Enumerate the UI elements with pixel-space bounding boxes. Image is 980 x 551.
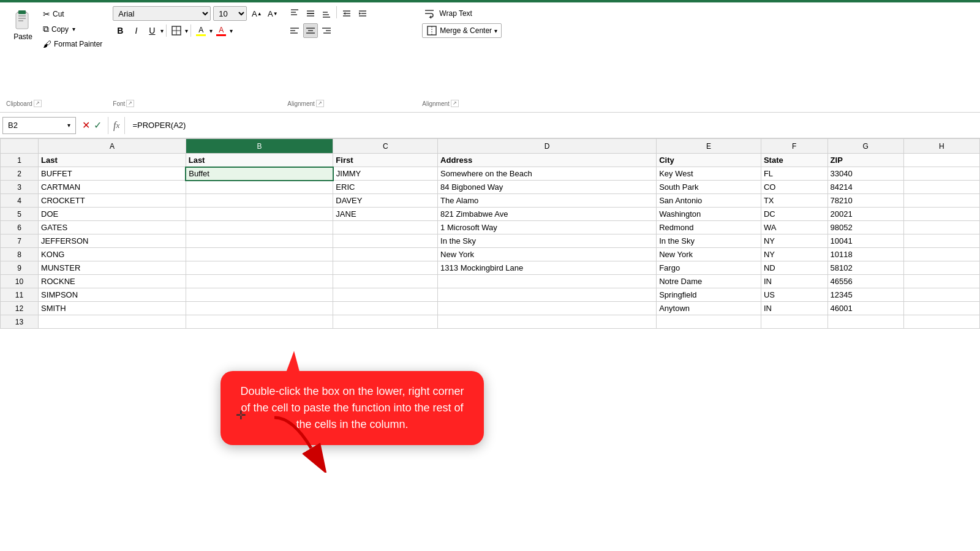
row-num-12[interactable]: 12 — [1, 302, 39, 315]
cell-e4[interactable]: San Antonio — [657, 194, 761, 208]
cell-h5[interactable] — [903, 208, 979, 221]
cell-a13[interactable] — [39, 315, 186, 329]
cell-e10[interactable]: Notre Dame — [657, 275, 761, 288]
cell-e6[interactable]: Redmond — [657, 221, 761, 234]
cell-f2[interactable]: FL — [761, 167, 827, 181]
font-color-dropdown[interactable]: ▾ — [230, 28, 233, 34]
cell-f1[interactable]: State — [761, 154, 827, 167]
cell-e2[interactable]: Key West — [657, 167, 761, 181]
cell-a1[interactable]: Last — [39, 154, 186, 167]
cell-c1[interactable]: First — [333, 154, 438, 167]
cell-h7[interactable] — [903, 234, 979, 248]
format-painter-button[interactable]: 🖌 Format Painter — [40, 37, 105, 51]
cell-c7[interactable] — [333, 234, 438, 248]
cell-f7[interactable]: NY — [761, 234, 827, 248]
cell-h13[interactable] — [903, 315, 979, 329]
cell-h2[interactable] — [903, 167, 979, 181]
align-left-button[interactable] — [287, 23, 302, 38]
merge-center-button[interactable]: Merge & Center ▾ — [422, 23, 502, 38]
col-header-d[interactable]: D — [438, 139, 657, 154]
cell-a5[interactable]: DOE — [39, 208, 186, 221]
cell-c2[interactable]: JIMMY — [333, 167, 438, 181]
cell-e3[interactable]: South Park — [657, 181, 761, 194]
cell-h1[interactable] — [903, 154, 979, 167]
col-header-g[interactable]: G — [827, 139, 903, 154]
cell-g11[interactable]: 12345 — [827, 288, 903, 302]
cell-d7[interactable]: In the Sky — [438, 234, 657, 248]
col-header-c[interactable]: C — [333, 139, 438, 154]
cell-g10[interactable]: 46556 — [827, 275, 903, 288]
cell-c3[interactable]: ERIC — [333, 181, 438, 194]
row-num-8[interactable]: 8 — [1, 248, 39, 261]
cell-g2[interactable]: 33040 — [827, 167, 903, 181]
cell-e1[interactable]: City — [657, 154, 761, 167]
borders-button[interactable] — [169, 23, 184, 38]
col-header-h[interactable]: H — [903, 139, 979, 154]
cell-b1[interactable]: Last — [186, 154, 333, 167]
cell-c13[interactable] — [333, 315, 438, 329]
wrap-text-label[interactable]: Wrap Text — [439, 9, 472, 18]
cell-f5[interactable]: DC — [761, 208, 827, 221]
decrease-indent-button[interactable] — [339, 6, 354, 21]
borders-dropdown[interactable]: ▾ — [185, 28, 188, 34]
cell-a8[interactable]: KONG — [39, 248, 186, 261]
col-header-e[interactable]: E — [657, 139, 761, 154]
cell-d9[interactable]: 1313 Mockingbird Lane — [438, 261, 657, 275]
cell-b12[interactable] — [186, 302, 333, 315]
cell-f8[interactable]: NY — [761, 248, 827, 261]
cell-h4[interactable] — [903, 194, 979, 208]
align-middle-button[interactable] — [303, 6, 318, 21]
cell-a7[interactable]: JEFFERSON — [39, 234, 186, 248]
align-center-button[interactable] — [303, 23, 318, 38]
row-num-7[interactable]: 7 — [1, 234, 39, 248]
align-top-button[interactable] — [287, 6, 302, 21]
clipboard-expand-icon[interactable]: ↗ — [34, 100, 42, 107]
cell-c5[interactable]: JANE — [333, 208, 438, 221]
cell-a10[interactable]: ROCKNE — [39, 275, 186, 288]
cell-a11[interactable]: SIMPSON — [39, 288, 186, 302]
cell-e5[interactable]: Washington — [657, 208, 761, 221]
cell-d13[interactable] — [438, 315, 657, 329]
cell-e8[interactable]: New York — [657, 248, 761, 261]
cell-f3[interactable]: CO — [761, 181, 827, 194]
cell-h9[interactable] — [903, 261, 979, 275]
row-num-9[interactable]: 9 — [1, 261, 39, 275]
cell-a9[interactable]: MUNSTER — [39, 261, 186, 275]
cell-e7[interactable]: In the Sky — [657, 234, 761, 248]
cell-f13[interactable] — [761, 315, 827, 329]
cell-a4[interactable]: CROCKETT — [39, 194, 186, 208]
row-num-6[interactable]: 6 — [1, 221, 39, 234]
underline-button[interactable]: U — [145, 23, 159, 38]
cut-button[interactable]: ✂ Cut — [40, 7, 105, 21]
italic-button[interactable]: I — [129, 23, 143, 38]
cell-h10[interactable] — [903, 275, 979, 288]
cell-f10[interactable]: IN — [761, 275, 827, 288]
cell-a12[interactable]: SMITH — [39, 302, 186, 315]
increase-indent-button[interactable] — [355, 6, 370, 21]
cell-ref-dropdown[interactable]: ▾ — [67, 122, 70, 129]
cell-d6[interactable]: 1 Microsoft Way — [438, 221, 657, 234]
cell-b9[interactable] — [186, 261, 333, 275]
cell-c4[interactable]: DAVEY — [333, 194, 438, 208]
row-num-5[interactable]: 5 — [1, 208, 39, 221]
cell-f4[interactable]: TX — [761, 194, 827, 208]
cell-b4[interactable] — [186, 194, 333, 208]
cell-c12[interactable] — [333, 302, 438, 315]
cell-h12[interactable] — [903, 302, 979, 315]
cell-b8[interactable] — [186, 248, 333, 261]
row-num-1[interactable]: 1 — [1, 154, 39, 167]
merge-dropdown-arrow[interactable]: ▾ — [494, 28, 497, 34]
row-num-13[interactable]: 13 — [1, 315, 39, 329]
row-num-3[interactable]: 3 — [1, 181, 39, 194]
cell-g13[interactable] — [827, 315, 903, 329]
row-num-2[interactable]: 2 — [1, 167, 39, 181]
cell-g9[interactable]: 58102 — [827, 261, 903, 275]
cell-d1[interactable]: Address — [438, 154, 657, 167]
row-num-11[interactable]: 11 — [1, 288, 39, 302]
cell-d2[interactable]: Somewhere on the Beach — [438, 167, 657, 181]
cell-b13[interactable] — [186, 315, 333, 329]
font-color-button[interactable]: A — [214, 23, 228, 38]
cell-reference-box[interactable]: B2 ▾ — [2, 117, 76, 134]
row-num-4[interactable]: 4 — [1, 194, 39, 208]
align-right-button[interactable] — [319, 23, 334, 38]
